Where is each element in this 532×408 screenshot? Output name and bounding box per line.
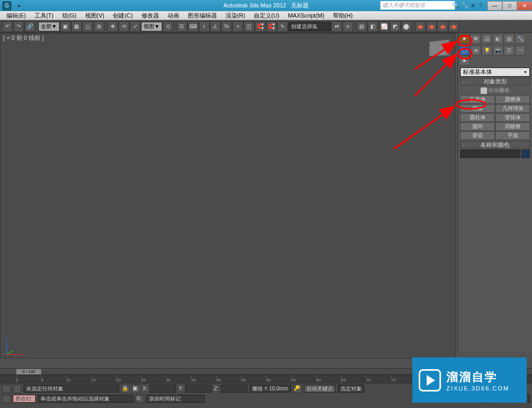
keyboard-shortcut-button[interactable]: ⌨ bbox=[188, 21, 198, 32]
menu-modifiers[interactable]: 修改器 bbox=[137, 12, 163, 20]
name-input[interactable] bbox=[460, 149, 520, 158]
tube-button[interactable]: 管状体 bbox=[495, 113, 530, 122]
layer-button[interactable]: ▤ bbox=[356, 21, 367, 32]
edged-faces-button[interactable]: ◫ bbox=[244, 21, 254, 32]
material-editor-button[interactable]: ⬤ bbox=[401, 21, 412, 32]
spacewarps-subtab[interactable]: 〰 bbox=[515, 46, 526, 55]
menu-create[interactable]: 创建(C) bbox=[109, 12, 137, 20]
close-button[interactable]: ✕ bbox=[517, 1, 532, 11]
help-search-input[interactable]: 键入关键字或短语 bbox=[380, 1, 455, 10]
create-tab[interactable]: ✹ bbox=[459, 34, 470, 44]
percent-snap-button[interactable]: % bbox=[221, 21, 232, 32]
viewcube[interactable] bbox=[429, 39, 450, 56]
isolate-button[interactable]: ▣ bbox=[132, 385, 140, 393]
select-button[interactable]: ▣ bbox=[60, 21, 71, 32]
named-selection-dropdown[interactable]: 创建选择集 bbox=[288, 22, 331, 31]
motion-tab[interactable]: ◐ bbox=[493, 34, 503, 44]
time-tag-icon[interactable]: ⊙ bbox=[136, 395, 144, 403]
render-setup-button[interactable]: 🫖 bbox=[415, 21, 426, 32]
lock-button[interactable]: 🔒 bbox=[121, 385, 130, 393]
search-icon[interactable]: 🔍 bbox=[452, 2, 460, 10]
lights-subtab[interactable]: 💡 bbox=[481, 46, 492, 55]
box-button[interactable]: 长方体 bbox=[460, 95, 495, 104]
pivot-button[interactable]: ⊙ bbox=[163, 21, 173, 32]
cylinder-button[interactable]: 圆柱体 bbox=[460, 113, 495, 122]
name-color-rollout[interactable]: 名称和颜色 bbox=[460, 141, 530, 148]
render-prod-button[interactable]: 🫖 bbox=[448, 21, 459, 32]
menu-help[interactable]: 帮助(H) bbox=[329, 12, 357, 20]
edit-named-button[interactable]: ✎ bbox=[277, 21, 288, 32]
menu-render[interactable]: 渲染(R) bbox=[221, 12, 250, 20]
z-input[interactable] bbox=[221, 385, 247, 393]
shapes-subtab[interactable]: ◔ bbox=[470, 46, 481, 55]
plane-button[interactable]: 平面 bbox=[495, 131, 530, 140]
sphere-button[interactable]: 球体 bbox=[460, 104, 495, 113]
window-crossing-button[interactable]: ⊞ bbox=[94, 21, 104, 32]
magnet-button[interactable]: 🧲 bbox=[255, 21, 265, 32]
menu-view[interactable]: 视图(V) bbox=[81, 12, 109, 20]
hierarchy-tab[interactable]: 品 bbox=[481, 34, 492, 44]
teapot-button[interactable]: 茶壶 bbox=[460, 131, 495, 140]
render-frame-button[interactable]: 🫖 bbox=[426, 21, 437, 32]
quick-access-arrow[interactable]: ▸ bbox=[18, 3, 21, 9]
manipulate-button[interactable]: ☰ bbox=[177, 21, 187, 32]
torus-button[interactable]: 圆环 bbox=[460, 122, 495, 131]
ref-coord-dropdown[interactable]: 视图 ▼ bbox=[141, 22, 162, 31]
viewport[interactable] bbox=[0, 33, 455, 359]
maximize-button[interactable]: □ bbox=[502, 1, 517, 11]
menu-tools[interactable]: 工具(T) bbox=[30, 12, 58, 20]
mirror-button[interactable]: ⇄ bbox=[331, 21, 342, 32]
cone-button[interactable]: 圆锥体 bbox=[495, 95, 530, 104]
modify-tab[interactable]: 🛠 bbox=[470, 34, 481, 44]
systems-subtab[interactable]: ✱ bbox=[459, 56, 470, 65]
selection-filter[interactable]: 全部 ▼ bbox=[38, 22, 60, 31]
redo-button[interactable]: ↷ bbox=[13, 21, 24, 32]
schematic-button[interactable]: ◩ bbox=[390, 21, 401, 32]
x-input[interactable] bbox=[149, 385, 176, 393]
cameras-subtab[interactable]: 📷 bbox=[493, 46, 503, 55]
key-icon[interactable]: 🔑 bbox=[293, 385, 302, 393]
script-icon[interactable] bbox=[2, 395, 11, 403]
spinner-snap-button[interactable]: ③ bbox=[232, 21, 243, 32]
menu-customize[interactable]: 自定义(U) bbox=[250, 12, 284, 20]
geosphere-button[interactable]: 几何球体 bbox=[495, 104, 530, 113]
align-button[interactable]: ≡ bbox=[343, 21, 353, 32]
curve-editor-button[interactable]: 📈 bbox=[379, 21, 389, 32]
key-icon[interactable]: 🔧 bbox=[461, 2, 469, 10]
select-name-button[interactable]: ▦ bbox=[71, 21, 82, 32]
menu-grapheditors[interactable]: 图形编辑器 bbox=[184, 12, 221, 20]
link-button[interactable]: 🔗 bbox=[24, 21, 35, 32]
move-button[interactable]: ✥ bbox=[107, 21, 118, 32]
utilities-tab[interactable]: 🔧 bbox=[515, 34, 526, 44]
pyramid-button[interactable]: 四棱锥 bbox=[495, 122, 530, 131]
geometry-subtab[interactable]: ◯ bbox=[459, 46, 470, 55]
help-icon[interactable]: ? bbox=[479, 2, 487, 10]
angle-snap-button[interactable]: ∠ bbox=[210, 21, 221, 32]
select-region-button[interactable]: ◻ bbox=[82, 21, 93, 32]
menu-animation[interactable]: 动画 bbox=[163, 12, 184, 20]
menu-edit[interactable]: 编辑(E) bbox=[2, 12, 30, 20]
star-icon[interactable]: ★ bbox=[470, 2, 478, 10]
rotate-button[interactable]: ⟲ bbox=[119, 21, 129, 32]
render-button[interactable]: 🫖 bbox=[437, 21, 448, 32]
scale-button[interactable]: ⤢ bbox=[130, 21, 140, 32]
graphite-button[interactable]: ◧ bbox=[368, 21, 378, 32]
snap-button[interactable]: 2 bbox=[199, 21, 210, 32]
menu-group[interactable]: 组(G) bbox=[58, 12, 81, 20]
display-tab[interactable]: ▥ bbox=[504, 34, 514, 44]
autokey-button[interactable]: 自动关键点 bbox=[304, 385, 336, 393]
menu-maxscript[interactable]: MAXScript(M) bbox=[284, 12, 328, 19]
undo-button[interactable]: ↶ bbox=[2, 21, 13, 32]
y-input[interactable] bbox=[185, 385, 212, 393]
viewport-label[interactable]: [ + 0 前 0 线框 ] bbox=[3, 34, 44, 42]
magnet2-button[interactable]: 🧲 bbox=[266, 21, 277, 32]
object-type-rollout[interactable]: 对象类型 bbox=[460, 78, 530, 85]
mini-listener-icon[interactable] bbox=[2, 385, 11, 393]
category-dropdown[interactable]: 标准基本体 bbox=[460, 68, 530, 77]
app-icon[interactable]: G bbox=[2, 1, 12, 11]
color-swatch[interactable] bbox=[521, 149, 530, 158]
mini-listener-icon2[interactable] bbox=[13, 385, 21, 393]
helpers-subtab[interactable]: ☰ bbox=[504, 46, 514, 55]
selset-status[interactable]: 选定对象 bbox=[338, 385, 364, 393]
autogrid-checkbox[interactable]: 自动栅格 bbox=[460, 86, 530, 95]
